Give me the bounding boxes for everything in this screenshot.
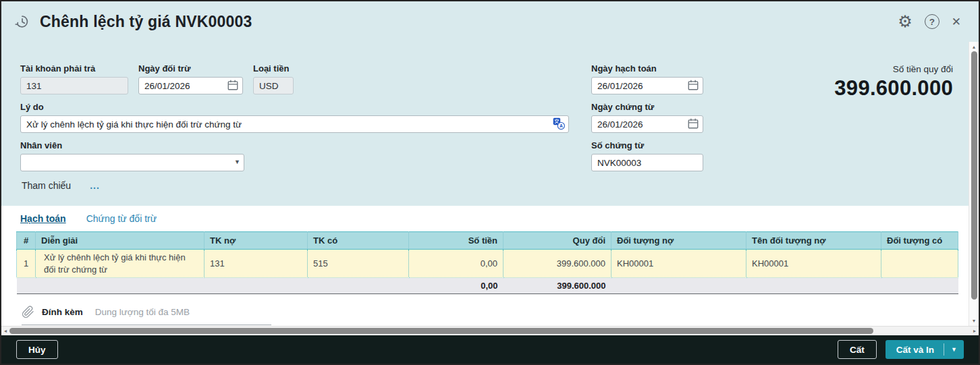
cell-debit-object-name[interactable]: KH00001 <box>746 250 881 278</box>
employee-select[interactable] <box>20 154 244 171</box>
scroll-down-arrow-icon[interactable]: ▾ <box>969 316 979 325</box>
field-document-date: Ngày chứng từ <box>591 102 703 133</box>
field-posting-date: Ngày hạch toán <box>591 63 703 94</box>
cell-converted[interactable]: 399.600.000 <box>503 250 611 278</box>
voucher-form: Tài khoản phải trả Ngày đối trừ Loại t <box>1 42 969 206</box>
close-icon[interactable]: ✕ <box>952 15 961 29</box>
currency-input <box>253 77 294 94</box>
dialog-body: Tài khoản phải trả Ngày đối trừ Loại t <box>1 42 969 326</box>
posting-grid: # Diễn giải TK nợ TK có Số tiền Quy đổi … <box>16 231 958 294</box>
converted-amount-summary: Số tiền quy đổi 399.600.000 <box>834 64 953 101</box>
cell-index: 1 <box>17 250 36 278</box>
field-employee: Nhân viên ▼ <box>20 140 244 171</box>
translate-icon[interactable]: A <box>553 117 565 130</box>
total-amount: 0,00 <box>409 278 503 294</box>
document-date-label: Ngày chứng từ <box>591 102 703 112</box>
grid-total-row: 0,00 399.600.000 <box>17 278 958 294</box>
reference-more-link[interactable]: ... <box>90 180 100 191</box>
page-title: Chênh lệch tỷ giá NVK00003 <box>40 13 252 31</box>
reason-label: Lý do <box>20 102 569 112</box>
cell-credit-object[interactable] <box>881 250 958 278</box>
calendar-icon[interactable] <box>687 117 699 130</box>
cell-debit-object[interactable]: KH00001 <box>611 250 746 278</box>
document-number-label: Số chứng từ <box>591 140 703 150</box>
col-header-index[interactable]: # <box>17 232 36 250</box>
detail-tabs: Hạch toán Chứng từ đối trừ <box>1 206 969 231</box>
attachment-section: Đính kèm Dung lượng tối đa 5MB <box>22 306 271 325</box>
vertical-scrollbar[interactable]: ▴ ▾ <box>969 42 979 326</box>
history-icon <box>13 13 31 30</box>
col-header-debit-account[interactable]: TK nợ <box>205 232 308 250</box>
save-and-print-button[interactable]: Cất và In ▼ <box>886 340 964 359</box>
tab-chung-tu-doi-tru[interactable]: Chứng từ đối trừ <box>86 213 157 224</box>
col-header-debit-object[interactable]: Đối tượng nợ <box>611 232 746 250</box>
payable-account-label: Tài khoản phải trả <box>20 63 128 74</box>
save-and-print-label[interactable]: Cất và In <box>886 345 944 355</box>
scroll-left-arrow-icon[interactable]: ◂ <box>1 327 9 335</box>
offset-date-label: Ngày đối trừ <box>138 63 243 74</box>
titlebar: Chênh lệch tỷ giá NVK00003 ⚙ ? ✕ <box>1 1 979 42</box>
currency-label: Loại tiền <box>253 63 294 74</box>
cell-description[interactable]: Xử lý chênh lệch tỷ giá khi thực hiện đố… <box>36 250 205 278</box>
col-header-credit-object[interactable]: Đối tượng có <box>881 232 958 250</box>
field-offset-date: Ngày đối trừ <box>138 63 243 94</box>
tab-hach-toan[interactable]: Hạch toán <box>20 213 66 224</box>
employee-label: Nhân viên <box>20 140 244 150</box>
cell-credit-account[interactable]: 515 <box>308 250 409 278</box>
col-header-converted[interactable]: Quy đổi <box>503 232 611 250</box>
total-converted: 399.600.000 <box>503 278 611 294</box>
attach-size-hint: Dung lượng tối đa 5MB <box>95 307 190 317</box>
posting-date-label: Ngày hạch toán <box>591 63 703 74</box>
vertical-scrollbar-thumb[interactable] <box>971 51 977 300</box>
svg-text:A: A <box>560 123 563 128</box>
save-button[interactable]: Cất <box>838 340 877 359</box>
document-number-input[interactable] <box>591 154 703 171</box>
cell-debit-account[interactable]: 131 <box>205 250 308 278</box>
payable-account-input <box>20 77 128 94</box>
calendar-icon[interactable] <box>687 79 699 91</box>
table-row[interactable]: 1 Xử lý chênh lệch tỷ giá khi thực hiện … <box>17 250 958 278</box>
field-reason: Lý do A <box>20 102 569 133</box>
field-payable-account: Tài khoản phải trả <box>20 63 128 94</box>
chevron-down-icon[interactable]: ▼ <box>234 159 240 165</box>
footer-bar: Hủy Cất Cất và In ▼ <box>1 335 979 364</box>
col-header-credit-account[interactable]: TK có <box>308 232 409 250</box>
cell-amount[interactable]: 0,00 <box>409 250 503 278</box>
reference-row: Tham chiếu ... <box>22 180 100 191</box>
col-header-debit-object-name[interactable]: Tên đối tượng nợ <box>746 232 881 250</box>
attach-button[interactable]: Đính kèm <box>42 307 83 317</box>
scroll-right-arrow-icon[interactable]: ▸ <box>971 327 979 335</box>
save-options-caret-icon[interactable]: ▼ <box>944 340 964 359</box>
settings-gear-icon[interactable]: ⚙ <box>898 13 913 30</box>
horizontal-scrollbar[interactable]: ◂ ▸ <box>1 326 979 335</box>
exchange-rate-difference-window: Chênh lệch tỷ giá NVK00003 ⚙ ? ✕ Tài kho… <box>0 0 980 365</box>
reference-label: Tham chiếu <box>22 180 71 191</box>
converted-amount-value: 399.600.000 <box>834 76 953 101</box>
scroll-up-arrow-icon[interactable]: ▴ <box>969 43 979 51</box>
paperclip-icon <box>22 306 34 318</box>
grid-header-row: # Diễn giải TK nợ TK có Số tiền Quy đổi … <box>17 232 958 250</box>
horizontal-scrollbar-thumb[interactable] <box>9 328 873 334</box>
col-header-description[interactable]: Diễn giải <box>36 232 205 250</box>
field-document-number: Số chứng từ <box>591 140 703 171</box>
converted-amount-label: Số tiền quy đổi <box>834 64 953 74</box>
help-icon[interactable]: ? <box>925 14 940 29</box>
cancel-button[interactable]: Hủy <box>16 340 58 359</box>
col-header-amount[interactable]: Số tiền <box>409 232 503 250</box>
calendar-icon[interactable] <box>227 79 239 91</box>
reason-input[interactable] <box>20 115 569 133</box>
field-currency: Loại tiền <box>253 63 294 94</box>
titlebar-actions: ⚙ ? ✕ <box>898 13 961 30</box>
